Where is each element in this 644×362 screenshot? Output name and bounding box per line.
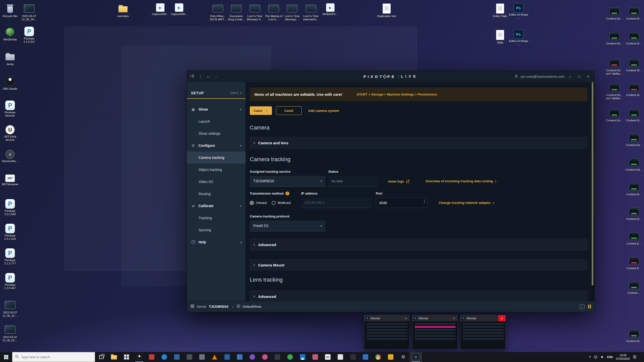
desktop-icon-eurovision-song-conte[interactable]: Eurovision Song Conte... xyxy=(227,3,246,21)
desktop-icon-pixotope-director[interactable]: PPixotope Director xyxy=(1,101,20,117)
pixotope-director-taskbar-button[interactable]: D xyxy=(410,352,422,362)
desktop-icon-content-sl[interactable]: Content-Sl... xyxy=(624,206,643,221)
show-logs-link[interactable]: show logs xyxy=(388,179,410,183)
desktop-icon-content-ed[interactable]: Content-Ed... xyxy=(624,132,643,147)
desktop-icon-recycle-bin[interactable]: Recycle Bin xyxy=(1,3,20,18)
search-input[interactable] xyxy=(21,355,92,359)
desktop-icon-lost-in-time-norway[interactable]: Lost In Time (Norway) ... xyxy=(283,3,302,21)
tab-cam1[interactable]: Cam1 ⋮ xyxy=(250,106,272,115)
unicast-radio[interactable]: Unicast xyxy=(250,201,267,205)
sidebar-item-video-i-o[interactable]: Video I/O xyxy=(187,176,246,188)
breadcrumb[interactable]: START > Storage > Machine Settings > Per… xyxy=(357,93,437,96)
desktop-icon-oslo-filhar-100-r-mkt[interactable]: Oslo-Filhar... 100 år-MKT... xyxy=(208,3,227,21)
desktop-icon-content-sl[interactable]: Content-Sl... xyxy=(624,108,643,122)
assigned-tracking-service-select[interactable]: TJCGWS010 ▾ xyxy=(250,176,325,187)
desktop-icon-lost-in-time-norway-s[interactable]: Lost In Time (Norway) S... xyxy=(245,3,264,21)
ip-address-input[interactable] xyxy=(304,201,369,205)
camera-app-taskbar-button[interactable] xyxy=(309,352,321,362)
blue-app-1-taskbar-button[interactable] xyxy=(221,352,233,362)
desktop-icon-capture000[interactable]: ▶Capture000... xyxy=(151,3,170,16)
keyboard-app-taskbar-button[interactable] xyxy=(347,352,359,362)
desktop-icon-mcbethch[interactable]: ▶McBethCh... xyxy=(321,3,340,16)
desktop-icon-content-sl[interactable]: Content-Sl... xyxy=(624,328,643,343)
desktop-icon-pixotope-2-1-0-777[interactable]: PPixotope 2.1.0.777 xyxy=(1,248,20,265)
port-input[interactable] xyxy=(379,201,420,205)
doc-app-taskbar-button[interactable] xyxy=(334,352,347,362)
desktop-icon-pixotope-2-0-1-629[interactable]: PPixotope 2.0.1.629 xyxy=(1,224,20,241)
desktop-icon-lost-in-time-internation[interactable]: Lost In Time Internation... xyxy=(301,3,320,21)
add-camera-system-button[interactable]: Add camera system xyxy=(308,109,339,113)
desktop-icon-content-ed[interactable]: Content-Ed... xyxy=(605,31,624,45)
building-app-taskbar-button[interactable] xyxy=(183,352,196,362)
desktop-icon-content-ed-and-tabbac[interactable]: Content-Ed... and TabBac... xyxy=(605,58,624,75)
desktop-icon-content-sl[interactable]: Content-Sl... xyxy=(624,31,643,45)
sidebar-item-syncing[interactable]: Syncing xyxy=(187,224,246,236)
desktop-icon-duplication-test[interactable]: Duplication test xyxy=(377,3,396,18)
desktop-icon-content-ed[interactable]: Content-Ed... xyxy=(624,157,643,171)
desktop-icon-content[interactable]: Content-... xyxy=(624,280,643,295)
advanced-expander[interactable]: › Advanced xyxy=(250,239,587,250)
iis-app-taskbar-button[interactable] xyxy=(359,352,372,362)
preview-close-button[interactable]: × xyxy=(498,315,505,321)
tab-cam2[interactable]: Cam2 xyxy=(276,106,302,115)
hidden-icons-chevron[interactable]: ^ xyxy=(589,355,591,359)
purple-app-taskbar-button[interactable] xyxy=(246,352,259,362)
file-explorer-taskbar-button[interactable] xyxy=(108,352,120,362)
setup-mode-selector[interactable]: SETUP Ctrl+2 ▾ xyxy=(187,88,246,99)
clear-output-icon[interactable]: × xyxy=(580,304,585,309)
sidebar-section-help[interactable]: ?Help◂ xyxy=(187,236,246,248)
language-indicator[interactable]: ENG xyxy=(607,355,613,358)
desktop-icon-content-e[interactable]: Content-E... xyxy=(624,255,643,270)
desktop-icon-2022-03-07-13-06-52[interactable]: 2022-03-07 13_06_52-... xyxy=(1,324,20,342)
obs-studio-taskbar-button[interactable] xyxy=(133,352,145,362)
desktop-icon-overrides[interactable]: overrides xyxy=(113,3,133,18)
desktop-icon-the-making-of-lost-in[interactable]: The Making of Lost in ... xyxy=(264,3,283,21)
taskbar-search[interactable] xyxy=(12,352,95,362)
preview-close-button[interactable]: × xyxy=(450,315,457,321)
tracking-routing-overview-link[interactable]: Overview of incoming tracking data routi… xyxy=(426,179,497,183)
shield-app-taskbar-button[interactable] xyxy=(171,352,183,362)
window-menu-icon[interactable]: ⋮ xyxy=(198,74,202,79)
desktop-icon-editor-ui-things[interactable]: PsEditor-UI things ... xyxy=(509,30,528,46)
user-email[interactable]: jsc+user@futureuniverse.com xyxy=(521,75,564,78)
chrome-taskbar-button[interactable] xyxy=(372,352,384,362)
cam1-menu-icon[interactable]: ⋮ xyxy=(265,109,268,113)
magenta-app-taskbar-button[interactable] xyxy=(259,352,271,362)
desktop-icon-capture000[interactable]: ▶Capture000... xyxy=(170,3,189,16)
desktop-icon-editor-ui-things[interactable]: PsEditor-UI things ... xyxy=(509,3,528,20)
preview-close-button[interactable]: × xyxy=(402,315,409,321)
change-network-adaptor-link[interactable]: Change tracking network adaptor › xyxy=(439,201,494,205)
desktop-icon-pixotope-2-0-0-582[interactable]: PPixotope 2.0.0.582 xyxy=(1,199,20,216)
desktop-icon-windirstat[interactable]: WinDirStat xyxy=(1,27,20,41)
desktop-icon-editor-slate[interactable]: Editor Slate xyxy=(491,3,510,18)
desktop-icon-pixotope-2-2-0-511[interactable]: PPixotope 2.2.0.511 xyxy=(20,27,39,43)
director-preview-window[interactable]: DDirector× xyxy=(364,315,410,350)
desktop-icon-electronre[interactable]: eElectronRe... xyxy=(1,150,20,163)
desktop-icon-content-sl[interactable]: Content-Sl... xyxy=(624,182,643,196)
blue-app-2-taskbar-button[interactable] xyxy=(233,352,246,362)
desktop-icon-content-sl[interactable]: Content-Sl... xyxy=(624,6,643,20)
vlc-taskbar-button[interactable] xyxy=(208,352,221,362)
close-button[interactable]: × xyxy=(585,73,591,80)
gray-app-taskbar-button[interactable] xyxy=(196,352,208,362)
app-grid-taskbar-button[interactable] xyxy=(120,352,133,362)
sidebar-item-launch[interactable]: Launch xyxy=(187,115,246,127)
sidebar-item-show-settings[interactable]: Show settings xyxy=(187,127,246,140)
current-show-name[interactable]: DefaultShow xyxy=(243,305,261,308)
desktop-icon-2022-03-07-13-36-29[interactable]: 2022-03-07 13_36_29-... xyxy=(20,3,39,21)
back-arrow-icon[interactable]: ← xyxy=(206,74,210,79)
sidebar-item-camera-tracking[interactable]: Camera tracking xyxy=(187,152,246,164)
content-scrollbar[interactable] xyxy=(591,82,594,301)
sidebar-item-routing[interactable]: Routing xyxy=(187,188,246,200)
desktop-icon-ue5-early-access[interactable]: UUE5 Early Access xyxy=(1,125,20,142)
minimize-button[interactable]: – xyxy=(567,73,573,80)
info-icon[interactable]: i xyxy=(286,192,289,195)
multicast-radio[interactable]: Multicast xyxy=(272,201,291,205)
scrollbar-thumb[interactable] xyxy=(592,82,593,286)
camera-and-lens-expander[interactable]: › Camera and lens xyxy=(250,137,587,149)
desktop-icon-dump[interactable]: dump xyxy=(1,51,20,66)
pause-icon[interactable] xyxy=(588,305,591,308)
director-preview-window[interactable]: DDirector× xyxy=(412,315,458,350)
desktop-icon-obs-studio[interactable]: OBS Studio xyxy=(1,76,20,90)
dark-app-taskbar-button[interactable] xyxy=(271,352,284,362)
